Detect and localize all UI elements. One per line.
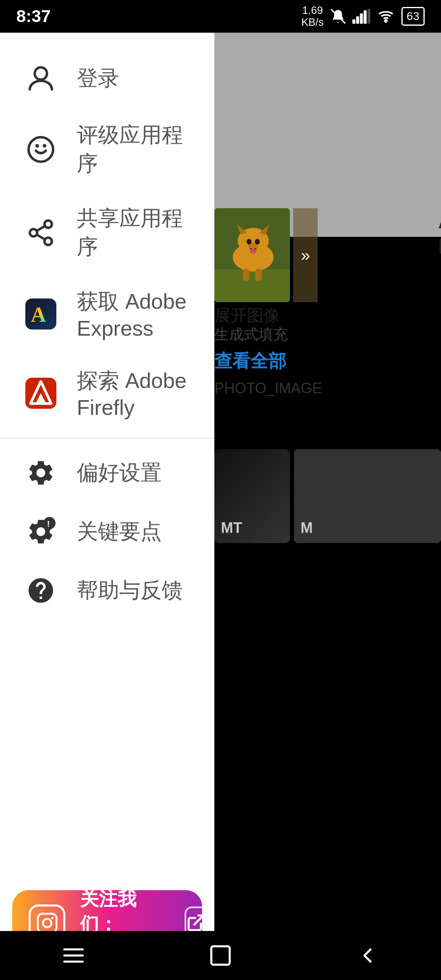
svg-line-28 <box>37 235 45 240</box>
wifi-icon <box>377 9 395 24</box>
svg-point-36 <box>43 919 51 927</box>
emoji-icon <box>24 133 57 166</box>
svg-text:!: ! <box>47 519 50 528</box>
menu-item-share[interactable]: 共享应用程序 <box>0 191 214 274</box>
svg-rect-2 <box>356 16 359 24</box>
svg-rect-3 <box>360 13 363 24</box>
help-icon <box>24 574 57 607</box>
svg-point-16 <box>255 239 260 245</box>
svg-rect-35 <box>38 913 56 932</box>
menu-item-help[interactable]: 帮助与反馈 <box>0 561 214 620</box>
status-bar: 8:37 1.69KB/s 63 <box>0 0 441 33</box>
dog-svg <box>214 208 290 302</box>
dog-figure <box>214 208 290 302</box>
svg-point-18 <box>250 249 256 254</box>
gear-icon <box>24 457 57 489</box>
svg-point-21 <box>35 67 47 80</box>
help-label: 帮助与反馈 <box>77 576 183 605</box>
key-points-label: 关键要点 <box>77 517 162 546</box>
side-drawer: 登录 评级应用程序 <box>0 33 214 980</box>
svg-marker-32 <box>36 393 46 403</box>
person-icon <box>24 62 57 95</box>
battery-indicator: 63 <box>401 7 425 26</box>
expand-image-text: 展开图像 <box>214 304 280 327</box>
menu-divider <box>0 438 214 439</box>
svg-point-22 <box>29 137 53 162</box>
view-all-link[interactable]: 查看全部 <box>214 349 286 373</box>
share-label: 共享应用程序 <box>77 204 190 261</box>
menu-item-adobe-firefly[interactable]: 探索 Adobe Firefly <box>0 354 214 433</box>
generative-fill-text: 生成式填充 <box>214 325 288 345</box>
mute-icon <box>330 9 346 24</box>
dog-image <box>214 208 290 302</box>
menu-item-adobe-express[interactable]: A 获取 Adobe Express <box>0 274 214 354</box>
svg-point-37 <box>51 917 53 919</box>
svg-point-6 <box>385 20 387 22</box>
nav-menu-button[interactable] <box>57 939 90 972</box>
svg-rect-20 <box>255 269 262 281</box>
warning-gear-icon: ! <box>24 515 57 548</box>
nav-home-button[interactable] <box>204 939 237 972</box>
status-icons: 1.69KB/s 63 <box>301 4 425 28</box>
app-name-label: Adobe Firefly <box>438 208 441 259</box>
login-label: 登录 <box>77 64 119 93</box>
share-icon <box>24 216 57 249</box>
adobe-firefly-menu-icon <box>24 377 57 410</box>
status-time: 8:37 <box>16 7 51 26</box>
menu-item-key-points[interactable]: ! 关键要点 <box>0 502 214 561</box>
svg-point-15 <box>247 239 252 245</box>
svg-rect-19 <box>243 269 249 281</box>
photo-image-label: PHOTO_IMAGE <box>214 380 322 397</box>
dark-thumbnail-1: MT <box>214 449 290 543</box>
svg-rect-4 <box>363 10 366 24</box>
menu-item-login[interactable]: 登录 <box>0 49 214 108</box>
signal-icon <box>352 9 370 24</box>
svg-rect-42 <box>212 947 230 965</box>
network-speed: 1.69KB/s <box>301 4 324 28</box>
svg-text:A: A <box>31 303 47 326</box>
adobe-firefly-label: 探索 Adobe Firefly <box>77 367 190 420</box>
rate-label: 评级应用程序 <box>77 121 190 178</box>
nav-back-button[interactable] <box>351 939 384 972</box>
svg-rect-5 <box>368 9 370 24</box>
svg-rect-10 <box>214 270 290 302</box>
chevron-right-indicator: » <box>293 208 318 302</box>
preferences-label: 偏好设置 <box>77 459 162 487</box>
svg-rect-1 <box>352 19 355 24</box>
dark-thumbnail-2: M <box>294 449 441 543</box>
svg-line-29 <box>37 226 45 231</box>
adobe-express-label: 获取 Adobe Express <box>77 287 190 341</box>
menu-item-rate[interactable]: 评级应用程序 <box>0 108 214 191</box>
bg-top-panel: Adobe Firefly <box>214 33 441 237</box>
menu-items-container: 登录 评级应用程序 <box>0 33 214 882</box>
svg-line-38 <box>194 915 203 924</box>
nav-bar <box>0 931 441 980</box>
menu-item-preferences[interactable]: 偏好设置 <box>0 443 214 502</box>
adobe-express-icon: A <box>24 298 57 330</box>
